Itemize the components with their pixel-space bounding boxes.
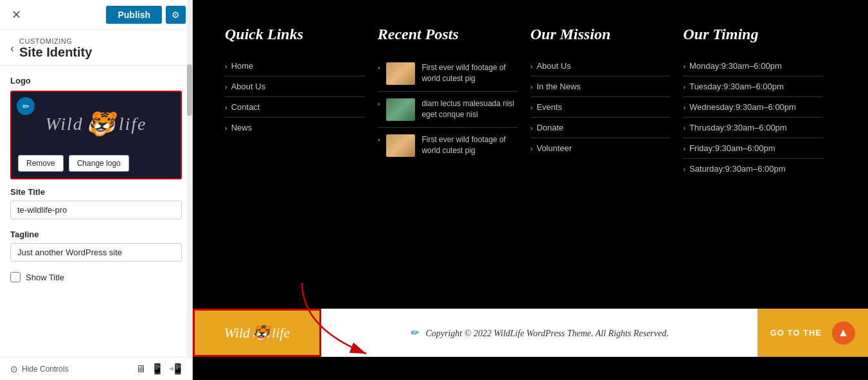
timing-label: Monday:9:30am–6:00pm: [689, 61, 782, 71]
go-to-button[interactable]: GO TO THE ▲: [757, 309, 868, 357]
timing-label: Thrusday:9:30am–6:00pm: [689, 123, 787, 132]
list-item[interactable]: › About Us: [531, 56, 671, 77]
footer-copyright: ✏ Copyright © 2022 WildLife WordPress Th…: [321, 327, 757, 339]
logo-preview: Wild 🐯 life: [18, 98, 174, 150]
arrow-icon: ›: [225, 83, 227, 91]
list-item[interactable]: › Donate: [531, 118, 671, 138]
list-item: › Tuesday:9:30am–6:00pm: [683, 77, 823, 97]
panel-title: Site Identity: [19, 45, 92, 60]
arrow-up-icon: ▲: [838, 326, 850, 339]
remove-logo-button[interactable]: Remove: [18, 155, 64, 172]
arrow-icon: ›: [683, 145, 686, 152]
logo-text-left: Wild: [45, 114, 83, 134]
scrollbar-thumb: [187, 64, 192, 116]
site-title-input[interactable]: [10, 201, 182, 219]
footer-dark: Quick Links › Home › About Us › Contact …: [193, 0, 868, 309]
hide-controls-label: Hide Controls: [22, 365, 69, 374]
list-item: › Monday:9:30am–6:00pm: [683, 56, 823, 77]
close-button[interactable]: ✕: [6, 5, 26, 24]
arrow-icon: ›: [378, 100, 380, 107]
timing-label: Friday:9:30am–6:00pm: [689, 143, 775, 153]
footer-tiger-icon: 🐯: [251, 324, 270, 342]
preview-panel: Quick Links › Home › About Us › Contact …: [193, 0, 868, 380]
arrow-icon: ›: [531, 145, 533, 152]
copyright-text: Copyright © 2022 WildLife WordPress Them…: [425, 329, 668, 338]
arrow-icon: ›: [225, 104, 227, 111]
list-item: › Saturday:9:30am–6:00pm: [683, 159, 823, 179]
link-label: Donate: [536, 123, 563, 132]
logo-buttons: Remove Change logo: [18, 155, 129, 172]
footer-bottom: Wild 🐯 life ✏ Copyright © 2022 WildLife …: [193, 309, 868, 357]
link-label: About Us: [536, 61, 571, 71]
scroll-up-button[interactable]: ▲: [832, 321, 855, 345]
arrow-icon: ›: [378, 64, 380, 71]
tagline-input[interactable]: [10, 243, 182, 262]
list-item[interactable]: › Contact: [225, 97, 365, 118]
timing-label: Saturday:9:30am–6:00pm: [689, 164, 786, 174]
arrow-icon: ›: [683, 104, 686, 111]
panel-body: Logo ✏ Wild 🐯 life Remove Change logo Si…: [0, 66, 192, 380]
our-mission-title: Our Mission: [531, 26, 671, 43]
site-title-group: Site Title: [10, 187, 182, 219]
post-thumbnail: [386, 62, 415, 85]
customizing-label: Customizing: [19, 37, 92, 45]
edit-pencil-icon: ✏: [410, 327, 418, 338]
list-item[interactable]: › News: [225, 118, 365, 138]
tagline-group: Tagline: [10, 230, 182, 262]
list-item[interactable]: › About Us: [225, 77, 365, 97]
desktop-view-button[interactable]: 🖥: [136, 363, 146, 375]
back-button[interactable]: ‹: [10, 42, 14, 55]
list-item[interactable]: › First ever wild footage of world cutes…: [378, 56, 518, 92]
logo-box: ✏ Wild 🐯 life Remove Change logo: [10, 91, 182, 179]
list-item: › Friday:9:30am–6:00pm: [683, 138, 823, 159]
arrow-icon: ›: [683, 83, 686, 91]
edit-icon: ✏: [22, 102, 30, 111]
link-label: News: [231, 123, 252, 132]
post-thumbnail: [386, 98, 415, 121]
hide-icon: ⊙: [10, 364, 18, 374]
post-title: First ever wild footage of world cutest …: [421, 62, 517, 84]
link-label: Volunteer: [536, 143, 572, 153]
link-label: Home: [231, 61, 254, 71]
show-title-label: Show Title: [26, 273, 64, 282]
link-label: Events: [536, 102, 562, 112]
footer-col-our-mission: Our Mission › About Us › In the News › E…: [531, 26, 684, 179]
tiger-icon: 🐯: [86, 111, 116, 138]
list-item[interactable]: › First ever wild footage of world cutes…: [378, 128, 518, 163]
list-item[interactable]: › Home: [225, 56, 365, 77]
recent-posts-title: Recent Posts: [378, 26, 518, 43]
logo-edit-button[interactable]: ✏: [17, 97, 35, 115]
hide-controls-button[interactable]: ⊙ Hide Controls: [10, 364, 69, 374]
show-title-checkbox[interactable]: [10, 272, 21, 282]
tagline-label: Tagline: [10, 230, 182, 239]
footer-col-our-timing: Our Timing › Monday:9:30am–6:00pm › Tues…: [683, 26, 836, 179]
mobile-view-button[interactable]: 📲: [169, 363, 182, 375]
gear-button[interactable]: ⚙: [166, 6, 186, 24]
top-bar: ✕ Publish ⚙: [0, 0, 192, 30]
footer-logo-right: life: [272, 325, 290, 341]
tablet-view-button[interactable]: 📱: [151, 363, 164, 375]
arrow-icon: ›: [683, 165, 686, 173]
link-label: About Us: [231, 82, 265, 91]
publish-area: Publish ⚙: [106, 6, 186, 24]
panel-header: ‹ Customizing Site Identity: [0, 30, 192, 66]
bottom-bar: ⊙ Hide Controls 🖥 📱 📲: [0, 357, 192, 380]
quick-links-title: Quick Links: [225, 26, 365, 43]
list-item[interactable]: › Events: [531, 97, 671, 118]
footer-columns: Quick Links › Home › About Us › Contact …: [225, 26, 836, 179]
link-label: Contact: [231, 102, 260, 112]
our-timing-title: Our Timing: [683, 26, 823, 43]
change-logo-button[interactable]: Change logo: [69, 155, 129, 172]
list-item[interactable]: › diam lectus malesuada nisl eget conque…: [378, 92, 518, 128]
timing-label: Wednesday:9:30am–6:00pm: [689, 102, 796, 112]
publish-button[interactable]: Publish: [106, 6, 162, 24]
timing-label: Tuesday:9:30am–6:00pm: [689, 82, 784, 91]
link-label: In the News: [536, 82, 581, 91]
view-icons: 🖥 📱 📲: [136, 363, 182, 375]
post-title: diam lectus malesuada nisl eget conque n…: [421, 98, 517, 120]
list-item[interactable]: › Volunteer: [531, 138, 671, 158]
list-item[interactable]: › In the News: [531, 77, 671, 97]
arrow-icon: ›: [378, 136, 380, 143]
scrollbar[interactable]: [187, 0, 192, 380]
list-item: › Thrusday:9:30am–6:00pm: [683, 118, 823, 138]
